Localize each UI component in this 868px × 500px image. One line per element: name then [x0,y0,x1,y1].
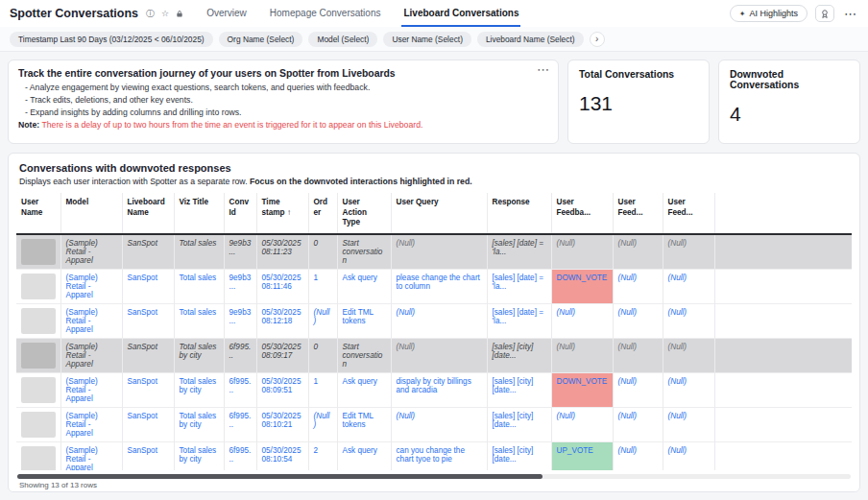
cell-response[interactable]: [sales] [date] = 'la... [487,303,551,338]
col-user-feedback-1[interactable]: User Feedba... [551,193,613,234]
col-user-name[interactable]: User Name [16,193,60,234]
cell-liveboard_name[interactable]: SanSpot [122,407,174,441]
main-content: ⋯ Track the entire conversation journey … [0,52,868,500]
kpi-value: 131 [579,92,698,115]
cell-model[interactable]: (Sample) Retail - Apparel [60,407,122,441]
cell-order[interactable]: 1 [308,372,337,407]
cell-user_query: (Null) [391,234,487,270]
cell-timestamp[interactable]: 05/30/2025 08:11:46 [256,269,308,303]
info-card-bullets: - Analyze engagement by viewing exact qu… [18,82,533,119]
filter-overflow-chevron-icon[interactable]: › [590,32,605,47]
col-user-feedback-3[interactable]: User Feed... [663,193,714,234]
cell-viz_title[interactable]: Total sales [174,269,224,303]
cell-conv_id[interactable]: 9e9b3... [224,269,256,303]
sort-ascending-icon: ↑ [287,208,291,217]
col-order[interactable]: Order [308,193,337,234]
tab-liveboard-conversations[interactable]: Liveboard Conversations [401,0,520,27]
badge-button[interactable] [815,5,834,22]
cell-user_action_type: Start conversation [337,338,391,372]
cell-conv_id[interactable]: 9e9b3... [224,303,256,338]
cell-viz_title[interactable]: Total sales by city [174,372,224,407]
cell-liveboard_name[interactable]: SanSpot [122,372,174,407]
cell-user_action_type[interactable]: Ask query [337,372,391,407]
cell-response[interactable]: [sales] [city] [date... [487,372,551,407]
tab-overview[interactable]: Overview [205,0,249,27]
cell-viz_title[interactable]: Total sales by city [174,407,224,441]
lock-icon[interactable] [176,10,183,18]
info-bullet: - Analyze engagement by viewing exact qu… [25,82,533,94]
table-header-row: User Name Model Liveboard Name Viz Title… [16,193,852,234]
table-row[interactable]: (Sample) Retail - ApparelSanSpotTotal sa… [16,372,852,407]
cell-liveboard_name: SanSpot [122,338,174,372]
subtitle-regular: Displays each user interaction with Spot… [19,177,248,186]
cell-user_feedback_3: (Null) [663,269,714,303]
col-model[interactable]: Model [60,193,122,234]
table-row[interactable]: (Sample) Retail - ApparelSanSpotTotal sa… [16,303,852,338]
cell-user_feedback_2: (Null) [613,372,663,407]
cell-model[interactable]: (Sample) Retail - Apparel [60,269,122,303]
kpi-total-conversations[interactable]: Total Conversations 131 [567,60,710,144]
cell-user_query[interactable]: please change the chart to column [391,269,487,303]
ai-highlights-button[interactable]: ✦ AI Highlights [730,5,808,22]
cell-user_action_type[interactable]: Ask query [337,269,391,303]
note-label: Note: [18,120,39,130]
tab-homepage-conversations[interactable]: Homepage Conversations [268,0,383,27]
cell-user_action_type[interactable]: Edit TML tokens [337,303,391,338]
ai-highlights-label: AI Highlights [749,9,798,18]
cell-viz_title[interactable]: Total sales [174,303,224,338]
col-response[interactable]: Response [487,193,551,234]
col-user-action-type[interactable]: User Action Type [337,193,391,234]
cell-user_feedback_1[interactable]: DOWN_VOTE [551,269,613,303]
col-timestamp[interactable]: Time stamp ↑ [256,193,308,234]
redacted-user-avatar [21,239,56,265]
filter-timestamp[interactable]: Timestamp Last 90 Days (03/12/2025 < 06/… [10,32,213,47]
redacted-user-avatar [21,274,56,299]
filter-org-name[interactable]: Org Name (Select) [219,32,303,47]
col-user-query[interactable]: User Query [391,193,487,234]
cell-user_feedback_1[interactable]: DOWN_VOTE [551,372,613,407]
cell-user_query[interactable]: dispaly by city billings and arcadia [391,372,487,407]
cell-model[interactable]: (Sample) Retail - Apparel [60,372,122,407]
more-menu-button[interactable]: ⋯ [842,7,858,21]
summary-row: ⋯ Track the entire conversation journey … [8,60,860,144]
cell-timestamp[interactable]: 05/30/2025 08:09:51 [256,372,308,407]
cell-conv_id[interactable]: 6f995... [224,407,256,441]
col-user-feedback-2[interactable]: User Feed... [613,193,663,234]
redacted-user-avatar [21,446,56,472]
info-icon[interactable]: ⓘ [146,10,155,18]
cell-order: 0 [308,338,337,372]
table-row[interactable]: (Sample) Retail - ApparelSanSpotTotal sa… [16,407,852,441]
filter-user-name[interactable]: User Name (Select) [383,32,471,47]
cell-response[interactable]: [sales] [date] = 'la... [487,269,551,303]
cell-response[interactable]: [sales] [city] [date... [487,407,551,441]
col-liveboard-name[interactable]: Liveboard Name [122,193,174,234]
table-row[interactable]: (Sample) Retail - ApparelSanSpotTotal sa… [16,269,852,303]
scrollbar-thumb[interactable] [17,474,542,479]
col-conv-id[interactable]: Conv Id [224,193,256,234]
conversations-table: User Name Model Liveboard Name Viz Title… [16,193,852,492]
kpi-downvoted-conversations[interactable]: Downvoted Conversations 4 [718,60,860,144]
info-card-more-button[interactable]: ⋯ [537,62,549,77]
cell-filler [714,269,852,303]
cell-liveboard_name[interactable]: SanSpot [122,269,174,303]
cell-user_action_type[interactable]: Edit TML tokens [337,407,391,441]
cell-timestamp[interactable]: 05/30/2025 08:12:18 [256,303,308,338]
cell-response: [sales] [date] = 'la... [487,234,551,270]
col-viz-title[interactable]: Viz Title [174,193,224,234]
cell-conv_id[interactable]: 6f995... [224,372,256,407]
info-bullet: - Expand insights by adding columns and … [25,107,533,119]
cell-model[interactable]: (Sample) Retail - Apparel [60,303,122,338]
cell-liveboard_name[interactable]: SanSpot [122,303,174,338]
filter-liveboard-name[interactable]: Liveboard Name (Select) [477,32,584,47]
table-row[interactable]: (Sample) Retail - ApparelSanSpotTotal sa… [16,338,852,372]
star-icon[interactable]: ☆ [161,10,169,18]
cell-filler [714,407,852,441]
sparkle-icon: ✦ [739,10,746,18]
table-row[interactable]: (Sample) Retail - ApparelSanSpotTotal sa… [16,234,852,270]
cell-timestamp[interactable]: 05/30/2025 08:10:21 [256,407,308,441]
cell-order: 0 [308,234,337,270]
filter-model[interactable]: Model (Select) [308,32,377,47]
cell-user_name [16,338,60,372]
cell-order[interactable]: 1 [308,269,337,303]
horizontal-scrollbar[interactable] [17,474,851,479]
